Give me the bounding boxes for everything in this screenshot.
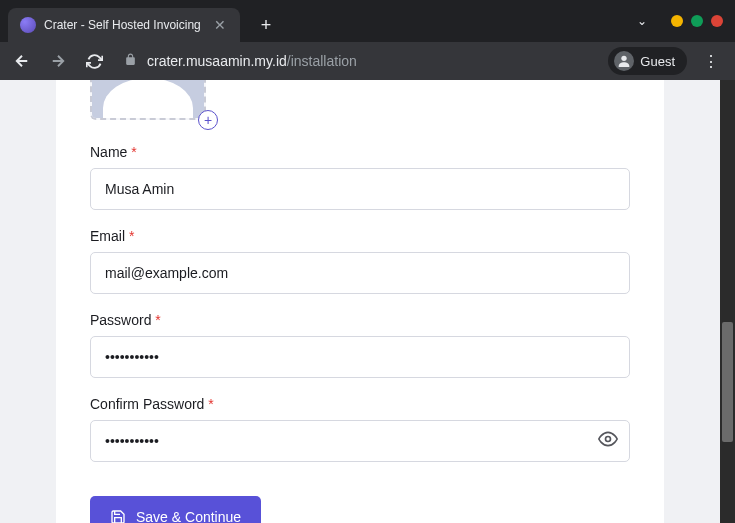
window-maximize[interactable] [691, 15, 703, 27]
profile-button[interactable]: Guest [608, 47, 687, 75]
svg-point-1 [606, 437, 611, 442]
tab-close-icon[interactable]: ✕ [212, 17, 228, 33]
url-text: crater.musaamin.my.id/installation [147, 53, 357, 69]
browser-tab[interactable]: Crater - Self Hosted Invoicing P ✕ [8, 8, 240, 42]
lock-icon [124, 53, 137, 69]
avatar-placeholder [90, 80, 206, 120]
name-input[interactable] [90, 168, 630, 210]
save-button-label: Save & Continue [136, 509, 241, 523]
tab-title: Crater - Self Hosted Invoicing P [44, 18, 204, 32]
scrollbar-thumb[interactable] [722, 322, 733, 442]
save-icon [110, 509, 126, 523]
eye-icon[interactable] [598, 429, 618, 453]
avatar-upload[interactable]: + [90, 80, 206, 126]
tab-favicon [20, 17, 36, 33]
menu-button[interactable]: ⋮ [695, 52, 727, 71]
back-button[interactable] [8, 47, 36, 75]
new-tab-button[interactable]: + [252, 11, 280, 39]
address-bar[interactable]: crater.musaamin.my.id/installation [116, 53, 600, 69]
form-card: + Name * Email * Password * [56, 80, 664, 523]
window-close[interactable] [711, 15, 723, 27]
profile-avatar-icon [614, 51, 634, 71]
password-label: Password * [90, 312, 630, 328]
reload-button[interactable] [80, 47, 108, 75]
scrollbar[interactable] [720, 80, 735, 523]
forward-button[interactable] [44, 47, 72, 75]
svg-point-0 [622, 56, 627, 61]
confirm-password-input[interactable] [90, 420, 630, 462]
profile-label: Guest [640, 54, 675, 69]
avatar-add-icon[interactable]: + [198, 110, 218, 130]
name-label: Name * [90, 144, 630, 160]
chevron-down-icon[interactable]: ⌄ [637, 14, 647, 28]
password-input[interactable] [90, 336, 630, 378]
window-minimize[interactable] [671, 15, 683, 27]
confirm-password-label: Confirm Password * [90, 396, 630, 412]
email-label: Email * [90, 228, 630, 244]
save-continue-button[interactable]: Save & Continue [90, 496, 261, 523]
email-input[interactable] [90, 252, 630, 294]
